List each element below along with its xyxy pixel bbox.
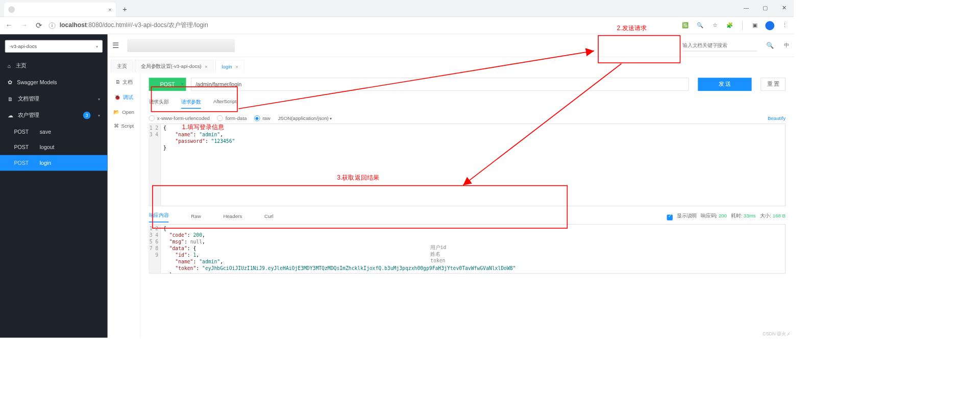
site-info-icon[interactable]: i xyxy=(49,22,56,29)
close-icon[interactable]: × xyxy=(235,63,238,69)
doc-tabs: 主页 全局参数设置(-v3-api-docs) × login × xyxy=(108,57,794,73)
tab-response-headers[interactable]: Headers xyxy=(223,213,242,222)
window-maximize-icon[interactable]: ▢ xyxy=(756,2,775,14)
radio-formdata[interactable]: form-data xyxy=(217,115,247,121)
star-icon[interactable]: ☆ xyxy=(710,20,720,30)
method-label: POST xyxy=(14,129,34,135)
method-select[interactable]: POST xyxy=(149,78,186,91)
window-minimize-icon[interactable]: — xyxy=(737,2,755,14)
new-tab-button[interactable]: + xyxy=(119,4,131,15)
doctab-home[interactable]: 主页 xyxy=(111,60,133,73)
tab-afterscript[interactable]: AfterScript xyxy=(213,99,236,109)
request-line: POST /admin/farmer/login 发 送 重 置 xyxy=(149,78,786,91)
method-label: POST xyxy=(14,160,34,166)
rail-open[interactable]: 📂Open xyxy=(113,109,134,115)
browser-tab[interactable]: × xyxy=(4,3,116,17)
sidebar-item-label: 农户管理 xyxy=(18,112,39,119)
tab-response-curl[interactable]: Curl xyxy=(264,213,274,222)
gutter: 1 2 3 4 xyxy=(149,124,161,206)
profile-avatar[interactable] xyxy=(765,20,775,30)
forward-button[interactable]: → xyxy=(19,20,29,30)
tab-response-content[interactable]: 响应内容 xyxy=(149,212,169,223)
request-url-input[interactable]: /admin/farmer/login xyxy=(191,78,689,91)
sidebar-sub-logout[interactable]: POST logout xyxy=(0,139,108,155)
code-body[interactable]: { "name": "admin", "password": "123456" … xyxy=(161,124,237,206)
watermark: CSDN @火メ xyxy=(763,331,791,337)
workspace: POST /admin/farmer/login 发 送 重 置 请求头部 请求… xyxy=(140,73,794,338)
search-field[interactable] xyxy=(682,42,757,48)
reload-button[interactable]: ⟳ xyxy=(34,20,43,30)
sidepanel-icon[interactable]: ▣ xyxy=(750,20,760,30)
request-subtabs: 请求头部 请求参数 AfterScript xyxy=(149,99,786,109)
translate-icon[interactable]: 🈯 xyxy=(680,20,690,30)
tab-response-raw[interactable]: Raw xyxy=(191,213,201,222)
method-value: POST xyxy=(160,81,175,87)
show-desc-label: 显示说明 xyxy=(677,212,697,222)
tab-label: 全局参数设置(-v3-api-docs) xyxy=(141,63,201,70)
back-button[interactable]: ← xyxy=(4,20,14,30)
sidebar-sub-login[interactable]: POST login xyxy=(0,155,108,171)
doc-icon: 🗎 xyxy=(8,96,13,102)
rail-script[interactable]: ⌘Script xyxy=(114,123,134,129)
doctab-login[interactable]: login × xyxy=(215,60,244,73)
open-icon: 📂 xyxy=(113,109,119,115)
sidebar-item-farmer[interactable]: ☁ 农户管理 3 ▾ xyxy=(0,107,108,124)
doctab-global[interactable]: 全局参数设置(-v3-api-docs) × xyxy=(135,60,214,73)
sidebar-item-swagger[interactable]: ✿ Swagger Models xyxy=(0,74,108,90)
sidebar-item-docs[interactable]: 🗎 文档管理 ▾ xyxy=(0,90,108,107)
search-icon[interactable]: 🔍 xyxy=(766,42,774,50)
reset-button[interactable]: 重 置 xyxy=(761,78,786,91)
zoom-icon[interactable]: 🔍 xyxy=(695,20,705,30)
code-body: { "code": 200, "msg": null, "data": { "i… xyxy=(161,225,518,274)
response-size: 168 B xyxy=(773,213,786,218)
radio-urlencoded[interactable]: x-www-form-urlencoded xyxy=(149,115,210,121)
content-area: ☰ 🔍 中 主页 全局参数设置(-v3-api-docs) × login × xyxy=(108,34,794,338)
collapse-sidebar-icon[interactable]: ☰ xyxy=(112,41,119,50)
left-rail: 🗎文档 🐞调试 📂Open ⌘Script xyxy=(108,73,141,338)
sidebar-item-home[interactable]: ⌂ 主页 xyxy=(0,58,108,74)
url-path: :8080/doc.html#/-v3-api-docs/农户管理/login xyxy=(87,21,208,29)
extensions-icon[interactable]: 🧩 xyxy=(725,20,734,30)
tab-label: login xyxy=(222,63,232,69)
radio-raw[interactable]: raw xyxy=(254,115,271,121)
rail-debug[interactable]: 🐞调试 xyxy=(114,94,133,101)
response-subtabs: 响应内容 Raw Headers Curl ✓ 显示说明 响应码: 200 耗时… xyxy=(149,212,786,223)
endpoint-name: logout xyxy=(40,144,55,150)
beautify-button[interactable]: Beautify xyxy=(768,115,786,121)
cloud-icon: ☁ xyxy=(8,112,13,118)
elapsed-time: 33ms xyxy=(744,213,756,218)
send-button[interactable]: 发 送 xyxy=(698,78,751,91)
bug-icon: 🐞 xyxy=(114,94,120,100)
tab-label: 主页 xyxy=(117,63,127,70)
gutter: 1 2 3 4 5 6 7 8 9 xyxy=(149,225,161,274)
status-code: 200 xyxy=(719,213,727,218)
tab-params[interactable]: 请求参数 xyxy=(181,99,201,109)
mime-select[interactable]: JSON(application/json) ▾ xyxy=(278,115,332,121)
sidebar-item-label: Swagger Models xyxy=(17,79,57,85)
swagger-icon: ✿ xyxy=(8,79,12,85)
rail-doc[interactable]: 🗎文档 xyxy=(115,79,133,86)
url-field[interactable]: i localhost:8080/doc.html#/-v3-api-docs/… xyxy=(49,21,675,29)
window-close-icon[interactable]: ✕ xyxy=(775,2,794,14)
home-icon: ⌂ xyxy=(8,63,11,69)
search-input[interactable] xyxy=(682,40,757,52)
menu-icon[interactable]: ⋮ xyxy=(780,20,790,30)
browser-tabstrip: × + — ▢ ✕ xyxy=(0,0,794,17)
checkbox-show-desc[interactable]: ✓ xyxy=(667,214,673,220)
api-group-select[interactable]: -v3-api-docs ▾ xyxy=(5,40,103,53)
tab-headers[interactable]: 请求头部 xyxy=(149,99,169,109)
api-group-value: -v3-api-docs xyxy=(10,43,37,49)
close-icon[interactable]: × xyxy=(108,6,112,13)
request-body-editor[interactable]: 1 2 3 4 { "name": "admin", "password": "… xyxy=(149,124,786,206)
field-hint-userid: 用户id xyxy=(430,244,446,252)
url-host: localhost xyxy=(60,21,87,29)
request-url: /admin/farmer/login xyxy=(195,81,241,87)
response-meta: ✓ 显示说明 响应码: 200 耗时: 33ms 大小: 168 B xyxy=(667,212,786,222)
close-icon[interactable]: × xyxy=(205,63,208,69)
address-bar: ← → ⟳ i localhost:8080/doc.html#/-v3-api… xyxy=(0,17,794,34)
sidebar-sub-save[interactable]: POST save xyxy=(0,124,108,139)
sidebar-item-label: 文档管理 xyxy=(18,95,39,103)
chevron-down-icon: ▾ xyxy=(98,96,100,101)
language-toggle[interactable]: 中 xyxy=(784,42,789,49)
chevron-down-icon: ▾ xyxy=(98,113,100,118)
